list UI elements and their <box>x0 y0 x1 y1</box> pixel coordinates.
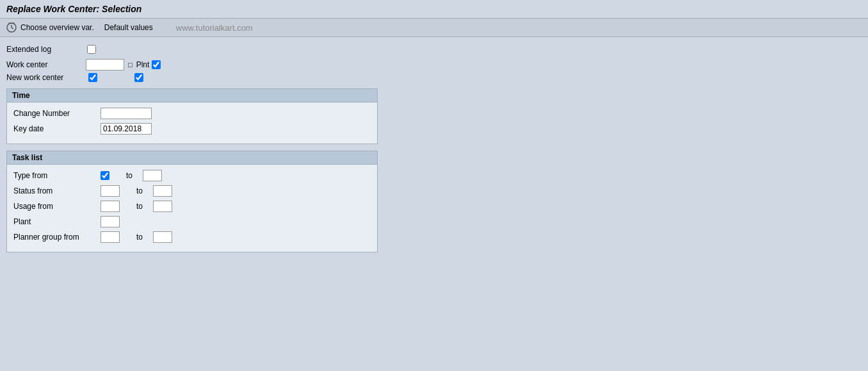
plnt-label: Plnt <box>136 60 150 69</box>
choose-overview-label: Choose overview var. <box>20 23 94 32</box>
choose-overview-var-button[interactable]: Choose overview var. <box>5 21 94 34</box>
task-list-section-header: Task list <box>7 151 377 165</box>
change-number-label: Change Number <box>13 109 97 118</box>
status-from-input[interactable] <box>100 185 120 197</box>
status-from-label: Status from <box>13 186 97 195</box>
plant-input[interactable] <box>100 216 120 227</box>
status-from-row: Status from to <box>13 185 371 197</box>
extended-log-checkbox[interactable] <box>87 45 96 54</box>
page-title: Replace Work Center: Selection <box>6 4 862 14</box>
type-to-label: to <box>126 171 139 180</box>
work-center-plnt-checkbox[interactable] <box>152 60 161 69</box>
extended-log-row: Extended log <box>6 45 862 54</box>
main-content: Extended log Work center □ Plnt New work… <box>0 37 868 264</box>
status-to-input[interactable] <box>153 185 172 197</box>
plant-row: Plant <box>13 216 371 227</box>
work-center-label: Work center <box>6 60 83 69</box>
title-bar: Replace Work Center: Selection <box>0 0 868 19</box>
planner-group-to-input[interactable] <box>153 231 172 243</box>
type-to-input[interactable] <box>143 170 162 181</box>
type-from-label: Type from <box>13 171 97 180</box>
task-list-section: Task list Type from to Status from to Us… <box>6 151 378 252</box>
planner-group-to-label: to <box>136 233 149 242</box>
plant-label: Plant <box>13 217 97 226</box>
change-number-row: Change Number <box>13 108 371 119</box>
new-work-center-row: New work center <box>6 73 862 82</box>
key-date-row: Key date <box>13 123 371 135</box>
new-work-center-checkbox1[interactable] <box>88 73 97 82</box>
toolbar: Choose overview var. Default values www.… <box>0 19 868 37</box>
planner-group-row: Planner group from to <box>13 231 371 243</box>
usage-to-input[interactable] <box>153 201 172 212</box>
time-section-header: Time <box>7 89 377 103</box>
status-to-label: to <box>136 186 149 195</box>
usage-to-label: to <box>136 202 149 211</box>
work-center-input[interactable] <box>86 59 124 70</box>
to-separator: □ <box>128 61 133 69</box>
planner-group-from-input[interactable] <box>100 231 120 243</box>
extended-log-label: Extended log <box>6 45 83 54</box>
planner-group-from-label: Planner group from <box>13 233 97 242</box>
usage-from-row: Usage from to <box>13 201 371 212</box>
change-number-input[interactable] <box>100 108 152 119</box>
key-date-input[interactable] <box>100 123 152 135</box>
choose-overview-icon <box>5 21 18 34</box>
key-date-label: Key date <box>13 124 97 133</box>
time-section: Time Change Number Key date <box>6 88 378 144</box>
watermark: www.tutorialkart.com <box>176 23 253 33</box>
usage-from-label: Usage from <box>13 202 97 211</box>
time-section-body: Change Number Key date <box>7 103 377 144</box>
new-work-center-label: New work center <box>6 73 83 82</box>
type-from-checkbox[interactable] <box>100 171 109 180</box>
new-work-center-checkbox2[interactable] <box>134 73 143 82</box>
work-center-row: Work center □ Plnt <box>6 59 862 70</box>
type-from-row: Type from to <box>13 170 371 181</box>
usage-from-input[interactable] <box>100 201 120 212</box>
task-list-section-body: Type from to Status from to Usage from t… <box>7 165 377 252</box>
default-values-label[interactable]: Default values <box>104 23 153 32</box>
